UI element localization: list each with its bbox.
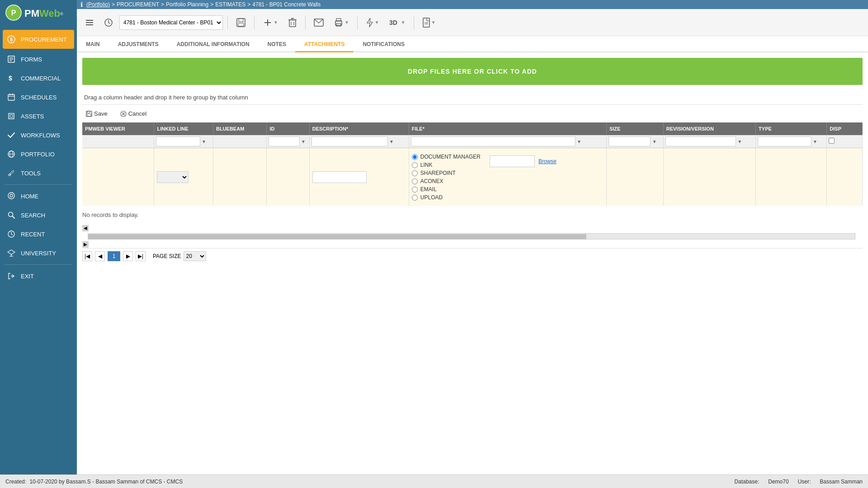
browse-button[interactable]: Browse — [538, 158, 557, 164]
radio-sharepoint[interactable]: SHAREPOINT — [412, 170, 481, 176]
sidebar-item-university[interactable]: UNIVERSITY — [0, 244, 77, 263]
add-id-cell — [267, 148, 309, 206]
add-size-cell — [606, 148, 663, 206]
filter-size-input[interactable] — [609, 136, 651, 146]
filter-revision-icon[interactable]: ▼ — [737, 139, 742, 144]
breadcrumb-portfolio[interactable]: (Portfolio) — [86, 1, 110, 8]
radio-link[interactable]: LINK — [412, 162, 481, 168]
menu-button[interactable] — [81, 16, 98, 29]
info-icon[interactable]: ℹ — [80, 1, 83, 8]
sidebar-item-schedules[interactable]: SCHEDULES — [0, 88, 77, 107]
drop-zone-text: DROP FILES HERE OR CLICK TO ADD — [408, 68, 537, 75]
filter-type-input[interactable] — [758, 136, 811, 146]
sidebar-item-commercial[interactable]: $ COMMERCIAL — [0, 69, 77, 88]
sidebar-item-procurement[interactable]: $ PROCUREMENT — [3, 30, 74, 49]
tab-attachments[interactable]: ATTACHMENTS — [295, 38, 354, 52]
filter-file-input[interactable] — [411, 136, 576, 146]
horizontal-scrollbar[interactable] — [88, 233, 855, 239]
add-button[interactable]: ▼ — [259, 16, 282, 29]
filter-size-icon[interactable]: ▼ — [652, 139, 657, 144]
tab-additional[interactable]: ADDITIONAL INFORMATION — [168, 38, 259, 52]
filter-type-icon[interactable]: ▼ — [813, 139, 817, 144]
svg-text:$: $ — [10, 37, 13, 42]
page-size-select[interactable]: 20 — [184, 251, 206, 261]
hscroll-left-arrow[interactable]: ◀ — [82, 225, 89, 231]
scrollbar-thumb[interactable] — [88, 234, 586, 239]
save-button[interactable] — [232, 16, 250, 29]
sidebar-item-forms[interactable]: FORMS — [0, 50, 77, 69]
svg-marker-46 — [367, 18, 373, 27]
filter-desc-input[interactable] — [311, 136, 388, 146]
filter-linked-icon[interactable]: ▼ — [202, 139, 206, 144]
drop-zone[interactable]: DROP FILES HERE OR CLICK TO ADD — [82, 58, 863, 85]
col-header-size: SIZE — [606, 122, 663, 135]
sidebar-item-workflows[interactable]: WORKFLOWS — [0, 126, 77, 145]
svg-rect-9 — [8, 94, 14, 100]
sidebar-item-home[interactable]: HOME — [0, 187, 77, 206]
radio-upload[interactable]: UPLOAD — [412, 194, 481, 201]
sidebar-item-tools[interactable]: TOOLS — [0, 164, 77, 183]
cancel-action-button[interactable]: Cancel — [117, 108, 150, 119]
history-button[interactable] — [100, 16, 117, 29]
sidebar-item-portfolio[interactable]: PORTFOLIO — [0, 145, 77, 164]
record-select[interactable]: 4781 - Boston Medical Center - BP01 — [119, 15, 223, 30]
radio-doc-manager-input[interactable] — [412, 154, 418, 160]
filter-id-icon[interactable]: ▼ — [301, 139, 306, 144]
next-page-button[interactable]: ▶ — [123, 251, 133, 261]
tab-notes[interactable]: NOTES — [259, 38, 295, 52]
radio-email-label: EMAIL — [420, 186, 437, 192]
radio-upload-input[interactable] — [412, 195, 418, 201]
prev-page-button[interactable]: ◀ — [95, 251, 105, 261]
description-input[interactable] — [312, 171, 367, 183]
radio-email-input[interactable] — [412, 187, 418, 192]
radio-aconex[interactable]: ACONEX — [412, 178, 481, 184]
hscroll-right-arrow[interactable]: ▶ — [82, 241, 89, 248]
database-value: Demo70 — [768, 479, 788, 485]
filter-row: ▼ ▼ ▼ ▼ ▼ — [82, 135, 863, 148]
tab-adjustments[interactable]: ADJUSTMENTS — [109, 38, 168, 52]
filter-id: ▼ — [267, 135, 309, 148]
svg-rect-14 — [10, 115, 13, 117]
radio-link-input[interactable] — [412, 162, 418, 168]
filter-revision-input[interactable] — [665, 136, 736, 146]
linked-line-select[interactable] — [157, 171, 189, 183]
tab-notifications[interactable]: NOTIFICATIONS — [354, 38, 413, 52]
sidebar-item-search[interactable]: SEARCH — [0, 206, 77, 225]
sidebar-item-label: PORTFOLIO — [21, 151, 55, 158]
radio-aconex-label: ACONEX — [420, 178, 443, 184]
logo-area: P PMWeb ® — [0, 0, 77, 27]
save-action-label: Save — [94, 110, 108, 117]
radio-aconex-input[interactable] — [412, 178, 418, 184]
filter-disp-check[interactable] — [829, 138, 835, 144]
lightning-button[interactable]: ▼ — [362, 16, 383, 29]
file-path-input[interactable] — [490, 155, 535, 167]
filter-linked-input[interactable] — [156, 136, 200, 146]
sidebar-item-assets[interactable]: ASSETS — [0, 107, 77, 126]
filter-file-icon[interactable]: ▼ — [577, 139, 581, 144]
radio-email[interactable]: EMAIL — [412, 186, 481, 192]
action-bar: Save Cancel — [82, 107, 863, 121]
sidebar-item-exit[interactable]: EXIT — [0, 267, 77, 286]
last-page-button[interactable]: ▶| — [136, 251, 146, 261]
divider4 — [357, 16, 358, 29]
tab-main[interactable]: MAIN — [77, 38, 109, 52]
first-page-button[interactable]: |◀ — [82, 251, 92, 261]
sidebar-navigation: $ PROCUREMENT FORMS $ COMMERCIAL SCHEDUL… — [0, 27, 77, 488]
filter-id-input[interactable] — [269, 136, 299, 146]
filter-desc-icon[interactable]: ▼ — [389, 139, 394, 144]
add-pmweb-cell — [82, 148, 154, 206]
assets-icon — [6, 111, 16, 121]
save-action-button[interactable]: Save — [82, 108, 111, 119]
divider1 — [227, 16, 228, 29]
sidebar-item-label: EXIT — [21, 273, 34, 280]
document-button[interactable]: ▼ — [419, 16, 439, 29]
delete-button[interactable] — [284, 16, 301, 29]
forms-icon — [6, 54, 16, 64]
3d-button[interactable]: 3D ▼ — [386, 16, 409, 29]
col-header-description: DESCRIPTION* — [309, 122, 409, 135]
print-button[interactable]: ▼ — [330, 16, 353, 29]
radio-document-manager[interactable]: DOCUMENT MANAGER — [412, 154, 481, 160]
sidebar-item-recent[interactable]: RECENT — [0, 225, 77, 244]
radio-sharepoint-input[interactable] — [412, 170, 418, 176]
email-button[interactable] — [310, 17, 327, 28]
